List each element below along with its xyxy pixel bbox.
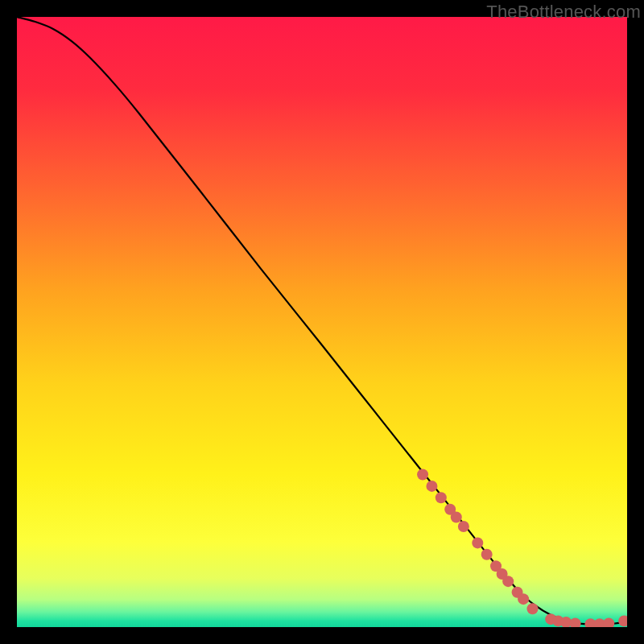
watermark-text: TheBottleneck.com bbox=[486, 2, 641, 23]
gradient-background bbox=[17, 17, 627, 627]
chart-frame bbox=[17, 17, 627, 627]
scatter-dot bbox=[417, 469, 428, 481]
scatter-dot bbox=[527, 603, 539, 614]
scatter-dot bbox=[436, 492, 447, 503]
scatter-dot bbox=[458, 521, 469, 532]
scatter-dot bbox=[481, 549, 493, 560]
scatter-dot bbox=[502, 576, 514, 587]
scatter-dot bbox=[472, 537, 483, 548]
scatter-dot bbox=[518, 593, 529, 605]
scatter-dot bbox=[426, 481, 437, 492]
scatter-dot bbox=[451, 512, 462, 523]
chart-plot bbox=[17, 17, 627, 627]
